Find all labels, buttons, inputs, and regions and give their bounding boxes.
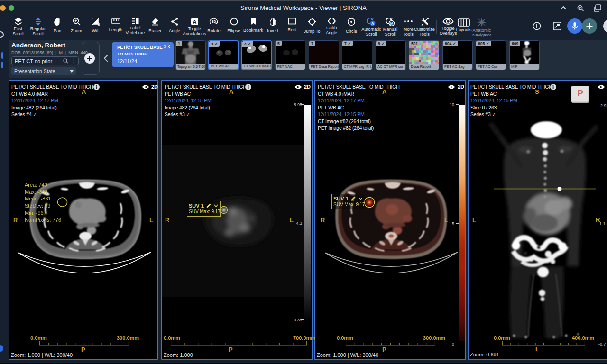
svg-text:3D: 3D xyxy=(212,20,216,23)
svg-text:A: A xyxy=(371,21,374,26)
svg-text:M: M xyxy=(390,21,394,26)
svg-text:A: A xyxy=(193,19,196,25)
